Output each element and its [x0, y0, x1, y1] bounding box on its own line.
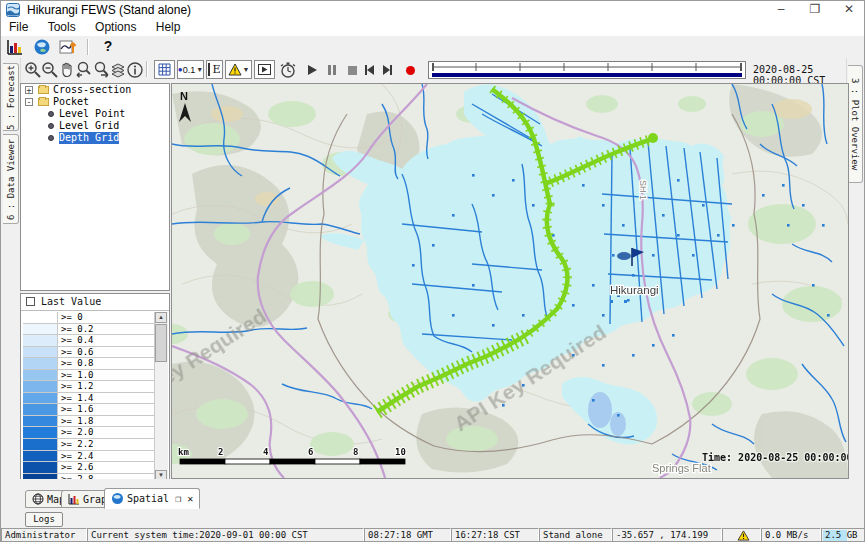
tree-item-label[interactable]: Cross-section	[53, 84, 131, 96]
tab-plot-overview[interactable]: 3 : Plot Overview	[848, 65, 863, 183]
play-button[interactable]	[303, 61, 321, 79]
close-panel-icon[interactable]: ✕	[187, 493, 193, 504]
tree-item-level-grid[interactable]: Level Grid	[21, 120, 169, 132]
movie-play-icon	[258, 64, 271, 75]
node-bullet-icon	[48, 135, 54, 141]
time-slider-track	[429, 62, 745, 78]
restore-panel-icon[interactable]: ❐	[175, 493, 181, 504]
grid-display-globe-icon[interactable]	[33, 38, 51, 56]
collapse-icon[interactable]: -	[25, 98, 33, 106]
zoom-out-icon[interactable]	[41, 61, 59, 79]
legend-table: >= 0 >= 0.2 >= 0.4 >= 0.6 >= 0.8 >= 1.0 …	[23, 312, 154, 482]
legend-row: >= 0.8	[23, 358, 154, 370]
status-bar: Administrator Current system time:2020-0…	[1, 528, 865, 542]
main-toolbar: ?	[1, 36, 865, 59]
application-window: Hikurangi FEWS (Stand alone) – ❐ ✕ File …	[0, 0, 865, 542]
status-system-time: Current system time:2020-09-01 00:00 CST	[87, 528, 364, 542]
color-swatch	[23, 404, 58, 415]
last-value-label: Last Value	[41, 296, 101, 307]
close-button[interactable]: ✕	[834, 1, 864, 19]
tree-item-label-selected[interactable]: Depth Grid	[59, 132, 119, 144]
zoom-in-icon[interactable]	[24, 61, 42, 79]
stop-button[interactable]	[343, 61, 361, 79]
north-label: N	[180, 90, 188, 102]
next-zoom-icon[interactable]	[92, 61, 110, 79]
color-swatch	[23, 312, 58, 323]
timeseries-dialog-icon[interactable]	[6, 38, 24, 56]
tab-spatial-label: Spatial	[127, 493, 169, 504]
maximize-button[interactable]: ❐	[800, 1, 830, 19]
thresholds-dropdown-button[interactable]: ▼	[225, 60, 252, 79]
tab-forecast[interactable]: 5 : Forecast	[3, 63, 19, 131]
pause-button[interactable]	[323, 61, 341, 79]
last-value-checkbox[interactable]	[26, 297, 35, 306]
tree-item-label[interactable]: Pocket	[53, 96, 89, 108]
info-icon[interactable]	[126, 61, 144, 79]
status-memory[interactable]: 2.5 GB	[821, 528, 865, 542]
town-label: Hikurangi	[610, 284, 659, 296]
color-swatch	[23, 347, 58, 358]
expand-icon[interactable]: +	[25, 86, 33, 94]
map-viewport[interactable]: API Key Required API Key Required Hikura…	[171, 83, 849, 479]
step-back-button[interactable]	[360, 61, 378, 79]
title-bar[interactable]: Hikurangi FEWS (Stand alone) – ❐ ✕	[1, 1, 865, 19]
bar-chart-icon	[68, 493, 80, 505]
spatial-display-icon[interactable]	[59, 38, 77, 56]
legend-row: >= 1.8	[23, 416, 154, 428]
chevron-down-icon: ▼	[243, 66, 250, 73]
status-local-time: 16:27:18 CST	[451, 528, 539, 542]
color-swatch	[23, 324, 58, 335]
color-swatch	[23, 439, 58, 450]
time-slider[interactable]	[428, 61, 746, 79]
menu-file[interactable]: File	[1, 19, 36, 34]
previous-zoom-icon[interactable]	[75, 61, 93, 79]
grid-icon	[158, 63, 171, 76]
tree-item-label[interactable]: Level Point	[59, 108, 125, 120]
legend-scrollbar[interactable]: ▲ ▼	[154, 312, 168, 481]
legend-row: >= 0.6	[23, 347, 154, 359]
logs-button[interactable]: Logs	[25, 512, 63, 527]
map-time-label: Time: 2020-08-25 00:00:00 CST	[702, 452, 848, 463]
menu-options[interactable]: Options	[87, 19, 144, 34]
tree-item-level-point[interactable]: Level Point	[21, 108, 169, 120]
pan-hand-icon[interactable]	[58, 61, 76, 79]
warning-triangle-icon	[737, 530, 750, 541]
status-warning[interactable]	[722, 528, 761, 542]
layers-icon[interactable]	[109, 61, 127, 79]
menu-help[interactable]: Help	[148, 19, 189, 34]
step-forward-button[interactable]	[378, 61, 396, 79]
color-swatch	[23, 358, 58, 369]
scroll-up-icon[interactable]: ▲	[155, 312, 167, 323]
menu-tools[interactable]: Tools	[40, 19, 84, 34]
legend-row: >= 0.4	[23, 335, 154, 347]
left-tab-strip: 5 : Forecast 6 : Data Viewer	[1, 58, 21, 510]
labels-toggle-button[interactable]: E	[206, 60, 223, 79]
help-icon[interactable]: ?	[99, 38, 117, 56]
tree-item-cross-section[interactable]: + Cross-section	[21, 84, 169, 96]
tree-item-label[interactable]: Level Grid	[59, 120, 119, 132]
scrollbar-thumb[interactable]	[155, 324, 167, 362]
node-bullet-icon	[48, 111, 54, 117]
legend-panel: Last Value >= 0 >= 0.2 >= 0.4 >= 0.6 >= …	[20, 293, 170, 483]
record-button[interactable]	[401, 61, 419, 79]
minimize-button[interactable]: –	[766, 1, 796, 19]
grid-toggle-button[interactable]	[154, 60, 175, 79]
node-bullet-icon	[48, 123, 54, 129]
color-swatch	[23, 381, 58, 392]
tree-item-pocket[interactable]: - Pocket	[21, 96, 169, 108]
tab-data-viewer[interactable]: 6 : Data Viewer	[3, 134, 19, 224]
label-toggle-value: E	[208, 63, 220, 76]
status-coordinates: -35.657 , 174.199	[612, 528, 722, 542]
animation-timer-icon[interactable]	[279, 61, 297, 79]
classes-dropdown-button[interactable]: ● 0.1 ▼	[177, 60, 204, 79]
tree-item-depth-grid[interactable]: Depth Grid	[21, 132, 169, 144]
legend-row: >= 2.2	[23, 439, 154, 451]
tab-spatial[interactable]: Spatial ❐ ✕	[104, 488, 200, 509]
svg-text:6: 6	[308, 447, 313, 457]
svg-text:4: 4	[263, 447, 269, 457]
svg-text:8: 8	[353, 447, 358, 457]
chevron-down-icon: ▼	[196, 66, 203, 73]
map-canvas: API Key Required API Key Required Hikura…	[172, 84, 848, 478]
animation-dialog-button[interactable]	[254, 60, 275, 79]
legend-row: >= 1.0	[23, 370, 154, 382]
